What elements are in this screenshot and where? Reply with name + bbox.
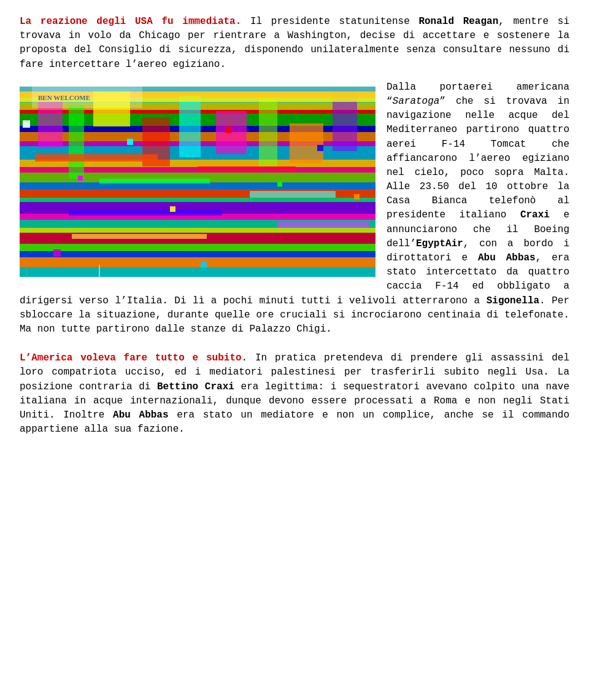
svg-rect-49 [53,249,61,257]
sigonella-name: Sigonella [487,295,539,306]
craxi-name-1: Craxi [520,209,550,220]
svg-rect-31 [259,99,277,166]
glitch-svg: BEN WELCOME [20,87,375,277]
heading-red-2: L’America voleva fare tutto e subito [20,352,242,364]
svg-rect-44 [170,206,175,212]
svg-rect-41 [23,120,30,128]
svg-rect-26 [69,105,84,179]
svg-rect-35 [99,179,210,184]
svg-rect-21 [20,244,375,251]
p1-text1: Il presidente statunitense [241,16,418,27]
svg-rect-22 [20,251,375,257]
svg-rect-29 [179,96,201,157]
svg-text:BEN         WELCOME: BEN WELCOME [38,94,90,101]
article-image: BEN WELCOME [20,87,375,277]
svg-rect-48 [354,194,360,200]
p2-text1: ” che si trovava in navigazione nelle ac… [387,96,569,221]
svg-rect-50 [201,262,207,268]
paragraph-1: La reazione degli USA fu immediata. Il p… [20,15,569,72]
saratoga-name: Saratoga [393,96,440,107]
abu-abbas-name-1: Abu Abbas [478,252,536,263]
svg-rect-47 [317,145,323,151]
svg-rect-32 [290,123,323,163]
bettino-craxi-name: Bettino Craxi [157,381,234,392]
svg-rect-42 [78,176,83,181]
svg-rect-15 [20,198,375,202]
svg-rect-24 [20,267,375,277]
svg-rect-45 [225,126,232,133]
heading-red-1: La reazione degli USA fu immediata. [20,16,241,27]
svg-rect-39 [72,234,207,239]
egyptair-name: EgyptAir [416,238,463,249]
svg-rect-19 [20,228,375,233]
svg-rect-36 [69,209,222,216]
svg-rect-34 [35,154,158,161]
svg-rect-37 [198,166,296,172]
paragraph-3: L’America voleva fare tutto e subito. In… [20,351,569,437]
svg-rect-38 [250,191,336,198]
svg-rect-23 [20,257,375,267]
svg-rect-46 [277,182,282,187]
svg-rect-40 [277,222,369,228]
abu-abbas-name-2: Abu Abbas [113,410,168,421]
article-body: La reazione degli USA fu immediata. Il p… [20,15,569,437]
reagan-name: Ronald Reagan [418,16,498,27]
svg-rect-43 [127,139,133,145]
